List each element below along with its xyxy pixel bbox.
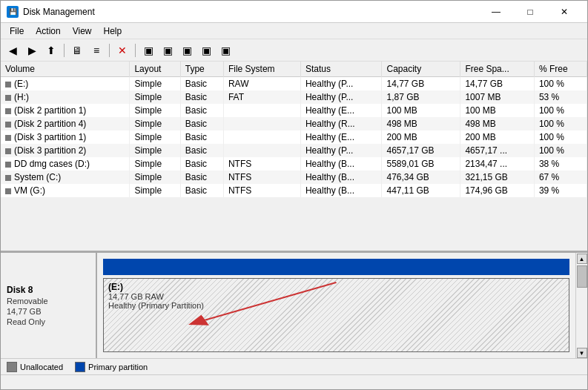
table-cell-2-4: Healthy (E... [300, 104, 382, 117]
table-area[interactable]: Volume Layout Type File System Status Ca… [1, 62, 587, 252]
table-body: (E:)SimpleBasicRAWHealthy (P...14,77 GB1… [1, 77, 587, 198]
scroll-up-arrow[interactable]: ▲ [577, 254, 587, 264]
status-text [4, 378, 6, 387]
toolbar: ◀ ▶ ⬆ 🖥 ≡ ✕ ▣ ▣ ▣ ▣ ▣ [1, 39, 587, 62]
scrollbar-thumb[interactable] [577, 265, 587, 288]
table-cell-5-4: Healthy (P... [300, 144, 382, 157]
title-bar-buttons: — □ ✕ [479, 1, 581, 23]
disk-readonly: Read Only [7, 317, 90, 326]
legend-unallocated: Unallocated [7, 362, 63, 372]
table-cell-4-5: 200 MB [382, 130, 460, 144]
toolbar-separator-3 [135, 44, 136, 57]
vertical-scrollbar[interactable]: ▲ ▼ [575, 253, 587, 358]
table-cell-6-0: DD dmg cases (D:) [1, 157, 130, 171]
table-cell-3-5: 498 MB [382, 117, 460, 130]
table-cell-5-6: 4657,17 ... [460, 144, 534, 157]
partition-bar-container [103, 259, 569, 275]
status-bar [1, 374, 587, 389]
properties-button[interactable]: 🖥 [68, 42, 86, 59]
tool1-button[interactable]: ▣ [139, 42, 157, 59]
table-cell-1-4: Healthy (P... [300, 90, 382, 104]
maximize-button[interactable]: □ [513, 1, 547, 23]
minimize-button[interactable]: — [479, 1, 513, 23]
col-layout[interactable]: Layout [130, 62, 180, 77]
disk-visual-area: (E:) 14,77 GB RAW Healthy (Primary Parti… [97, 253, 575, 358]
table-cell-8-6: 174,96 GB [460, 184, 534, 197]
disk-name: Disk 8 [7, 285, 90, 295]
table-cell-7-5: 476,34 GB [382, 171, 460, 184]
table-cell-1-5: 1,87 GB [382, 90, 460, 104]
table-cell-8-5: 447,11 GB [382, 184, 460, 197]
table-cell-4-0: (Disk 3 partition 1) [1, 130, 130, 144]
table-cell-6-1: Simple [130, 157, 180, 171]
table-cell-6-3: NTFS [223, 157, 300, 171]
table-cell-0-7: 100 % [534, 77, 587, 91]
menu-help[interactable]: Help [98, 24, 128, 38]
table-cell-3-0: (Disk 2 partition 4) [1, 117, 130, 130]
table-cell-1-0: (H:) [1, 90, 130, 104]
tool2-button[interactable]: ▣ [159, 42, 176, 59]
table-cell-0-0: (E:) [1, 77, 130, 91]
legend-primary: Primary partition [75, 362, 148, 372]
unallocated-swatch [7, 362, 17, 372]
menu-action[interactable]: Action [30, 24, 66, 38]
table-cell-5-5: 4657,17 GB [382, 144, 460, 157]
back-button[interactable]: ◀ [4, 42, 22, 59]
table-cell-4-7: 100 % [534, 130, 587, 144]
table-row[interactable]: (Disk 3 partition 1)SimpleBasicHealthy (… [1, 130, 587, 144]
partition-block[interactable]: (E:) 14,77 GB RAW Healthy (Primary Parti… [103, 278, 569, 352]
partition-detail1: 14,77 GB RAW [108, 292, 564, 301]
primary-swatch [75, 362, 85, 372]
table-cell-7-7: 67 % [534, 171, 587, 184]
table-cell-6-5: 5589,01 GB [382, 157, 460, 171]
col-volume[interactable]: Volume [1, 62, 130, 77]
table-row[interactable]: System (C:)SimpleBasicNTFSHealthy (B...4… [1, 171, 587, 184]
menu-file[interactable]: File [4, 24, 30, 38]
table-cell-7-4: Healthy (B... [300, 171, 382, 184]
close-button[interactable]: ✕ [547, 1, 581, 23]
legend-bar: Unallocated Primary partition [1, 358, 587, 374]
partition-label: (E:) [108, 282, 564, 292]
table-cell-2-0: (Disk 2 partition 1) [1, 104, 130, 117]
delete-button[interactable]: ✕ [113, 42, 131, 59]
table-cell-1-6: 1007 MB [460, 90, 534, 104]
col-filesystem[interactable]: File System [223, 62, 300, 77]
table-cell-1-1: Simple [130, 90, 180, 104]
table-cell-8-7: 39 % [534, 184, 587, 197]
table-cell-8-2: Basic [180, 184, 223, 197]
table-row[interactable]: (E:)SimpleBasicRAWHealthy (P...14,77 GB1… [1, 77, 587, 91]
table-cell-2-3 [223, 104, 300, 117]
menu-view[interactable]: View [67, 24, 98, 38]
table-cell-4-4: Healthy (E... [300, 130, 382, 144]
col-capacity[interactable]: Capacity [382, 62, 460, 77]
unallocated-label: Unallocated [20, 363, 63, 371]
col-pctfree[interactable]: % Free [534, 62, 587, 77]
table-cell-2-2: Basic [180, 104, 223, 117]
table-cell-1-7: 53 % [534, 90, 587, 104]
col-type[interactable]: Type [180, 62, 223, 77]
table-cell-5-0: (Disk 3 partition 2) [1, 144, 130, 157]
table-cell-8-1: Simple [130, 184, 180, 197]
table-row[interactable]: VM (G:)SimpleBasicNTFSHealthy (B...447,1… [1, 184, 587, 197]
title-bar: 💾 Disk Management — □ ✕ [1, 1, 587, 23]
table-row[interactable]: (Disk 2 partition 4)SimpleBasicHealthy (… [1, 117, 587, 130]
table-row[interactable]: (H:)SimpleBasicFATHealthy (P...1,87 GB10… [1, 90, 587, 104]
scroll-down-arrow[interactable]: ▼ [577, 348, 587, 358]
up-button[interactable]: ⬆ [42, 42, 60, 59]
table-row[interactable]: (Disk 2 partition 1)SimpleBasicHealthy (… [1, 104, 587, 117]
list-button[interactable]: ≡ [87, 42, 105, 59]
forward-button[interactable]: ▶ [23, 42, 41, 59]
tool5-button[interactable]: ▣ [217, 42, 234, 59]
col-freespace[interactable]: Free Spa... [460, 62, 534, 77]
table-cell-7-6: 321,15 GB [460, 171, 534, 184]
table-row[interactable]: DD dmg cases (D:)SimpleBasicNTFSHealthy … [1, 157, 587, 171]
table-cell-5-1: Simple [130, 144, 180, 157]
table-cell-3-4: Healthy (R... [300, 117, 382, 130]
tool4-button[interactable]: ▣ [197, 42, 215, 59]
disk-size: 14,77 GB [7, 307, 90, 316]
table-row[interactable]: (Disk 3 partition 2)SimpleBasicHealthy (… [1, 144, 587, 157]
tool3-button[interactable]: ▣ [178, 42, 196, 59]
col-status[interactable]: Status [300, 62, 382, 77]
table-cell-1-2: Basic [180, 90, 223, 104]
table-cell-6-7: 38 % [534, 157, 587, 171]
